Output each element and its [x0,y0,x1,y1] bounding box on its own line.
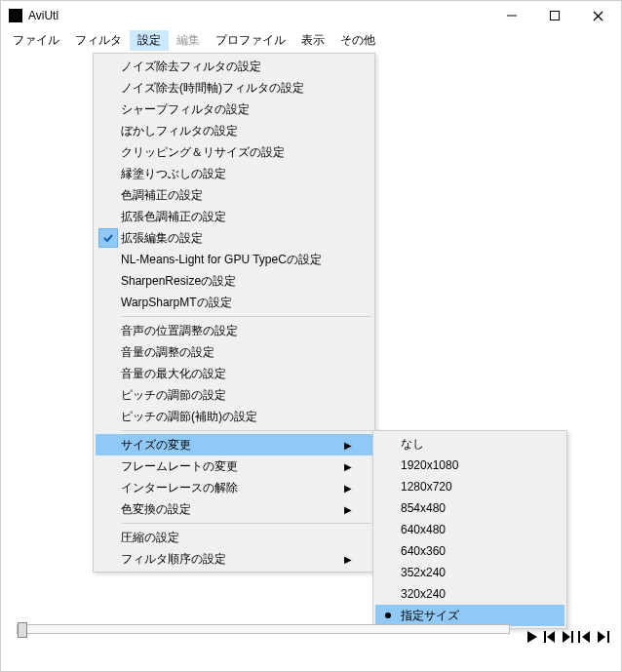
menu-item-label: フィルタ順序の設定 [121,551,341,568]
menubar-item-0[interactable]: ファイル [5,30,67,51]
minimize-button[interactable] [490,2,533,29]
submenu-item[interactable]: 352x240 [375,562,564,583]
menu-item-label: 拡張色調補正の設定 [121,209,341,225]
menubar-item-1[interactable]: フィルタ [67,30,130,51]
go-start-button[interactable] [576,626,594,648]
submenu-arrow-icon: ▶ [341,440,355,451]
svg-rect-12 [607,631,609,643]
seekbar-thumb[interactable] [18,622,27,638]
menu-item-label: 縁塗りつぶしの設定 [121,166,341,182]
svg-marker-4 [527,631,537,643]
menu-item[interactable]: インターレースの解除▶ [96,477,372,498]
menu-item[interactable]: シャープフィルタの設定 [96,99,372,120]
svg-marker-5 [547,631,555,643]
menu-item-label: 色変換の設定 [121,501,341,518]
submenu-check-slot [375,613,401,618]
menu-item[interactable]: 音量の調整の設定 [96,341,372,363]
menu-item[interactable]: フィルタ順序の設定▶ [96,548,372,570]
menu-item[interactable]: 縁塗りつぶしの設定 [96,163,372,184]
app-window: AviUtl ファイルフィルタ設定編集プロファイル表示その他 ノイズ除去フィルタ… [0,0,622,672]
submenu-item[interactable]: 640x480 [375,519,564,540]
submenu-item[interactable]: 1920x1080 [375,455,564,476]
menu-item[interactable]: サイズの変更▶ [96,434,372,455]
menu-item[interactable]: ノイズ除去フィルタの設定 [96,56,372,77]
app-title: AviUtl [28,9,58,22]
menu-item[interactable]: 色調補正の設定 [96,184,372,206]
playback-controls [524,626,611,648]
svg-rect-1 [551,12,560,20]
menu-item[interactable]: ピッチの調節(補助)の設定 [96,406,372,427]
menu-item[interactable]: ノイズ除去(時間軸)フィルタの設定 [96,77,372,99]
menu-item[interactable]: 音量の最大化の設定 [96,363,372,384]
svg-marker-10 [582,631,590,643]
menu-item-label: インターレースの解除 [121,480,341,496]
submenu-arrow-icon: ▶ [341,504,355,515]
submenu-item-label: 1280x720 [401,480,551,494]
settings-menu: ノイズ除去フィルタの設定ノイズ除去(時間軸)フィルタの設定シャープフィルタの設定… [93,53,375,573]
menubar-item-6[interactable]: その他 [332,30,383,51]
menubar-item-4[interactable]: プロファイル [208,30,293,51]
menu-item-label: ノイズ除去フィルタの設定 [121,59,341,75]
svg-rect-6 [544,631,546,643]
menu-separator [122,430,371,431]
menu-separator [122,523,371,524]
menu-item-label: WarpSharpMTの設定 [121,295,341,311]
submenu-arrow-icon: ▶ [341,554,355,565]
submenu-item[interactable]: 1280x720 [375,476,564,497]
menubar: ファイルフィルタ設定編集プロファイル表示その他 [1,30,621,52]
menu-item[interactable]: 拡張編集の設定 [96,227,372,249]
titlebar-left: AviUtl [9,9,58,22]
menu-item-label: 音声の位置調整の設定 [121,323,341,339]
menu-item[interactable]: クリッピング＆リサイズの設定 [96,141,372,163]
radio-dot-icon [385,613,391,618]
menu-item[interactable]: 色変換の設定▶ [96,498,372,520]
menu-item[interactable]: ぼかしフィルタの設定 [96,120,372,141]
menu-item[interactable]: SharpenResizeの設定 [96,270,372,292]
menu-item[interactable]: 拡張色調補正の設定 [96,206,372,227]
menu-item-label: 音量の最大化の設定 [121,366,341,382]
submenu-item[interactable]: 640x360 [375,540,564,562]
menu-item-label: NL-Means-Light for GPU TypeCの設定 [121,252,341,268]
submenu-item[interactable]: 指定サイズ [375,605,564,626]
menu-item-label: クリッピング＆リサイズの設定 [121,144,341,161]
next-frame-button[interactable] [559,626,576,648]
maximize-button[interactable] [533,2,576,29]
prev-frame-button[interactable] [541,626,559,648]
submenu-item-label: 指定サイズ [401,608,551,624]
menu-item-label: ノイズ除去(時間軸)フィルタの設定 [121,80,341,97]
menu-item-label: 拡張編集の設定 [121,230,341,247]
menu-item-label: ぼかしフィルタの設定 [121,123,341,139]
submenu-item[interactable]: 320x240 [375,583,564,605]
submenu-item[interactable]: 854x480 [375,497,564,519]
menu-item-label: SharpenResizeの設定 [121,273,341,290]
submenu-item-label: 854x480 [401,501,551,515]
check-icon [98,228,118,248]
submenu-arrow-icon: ▶ [341,461,355,472]
submenu-item-label: なし [401,436,551,453]
menu-item-label: サイズの変更 [121,437,341,454]
menu-item[interactable]: 圧縮の設定 [96,527,372,548]
menubar-item-5[interactable]: 表示 [293,30,332,51]
size-submenu: なし1920x10801280x720854x480640x480640x360… [372,430,567,629]
menu-item-label: 圧縮の設定 [121,530,341,546]
menu-item[interactable]: WarpSharpMTの設定 [96,292,372,313]
close-button[interactable] [576,2,619,29]
play-button[interactable] [524,626,541,648]
menu-item-label: シャープフィルタの設定 [121,101,341,118]
titlebar: AviUtl [1,1,621,30]
menu-item[interactable]: ピッチの調節の設定 [96,384,372,406]
menu-item-label: ピッチの調節の設定 [121,387,341,404]
menu-item[interactable]: NL-Means-Light for GPU TypeCの設定 [96,249,372,270]
submenu-item[interactable]: なし [375,433,564,455]
seekbar[interactable] [17,624,510,638]
menubar-item-2[interactable]: 設定 [130,30,169,51]
go-end-button[interactable] [594,626,611,648]
submenu-arrow-icon: ▶ [341,483,355,494]
menu-item-label: ピッチの調節(補助)の設定 [121,409,341,425]
menubar-item-3[interactable]: 編集 [169,30,208,51]
menu-item[interactable]: 音声の位置調整の設定 [96,320,372,341]
menu-check-slot [96,228,121,248]
svg-rect-8 [571,631,573,643]
svg-marker-7 [563,631,570,643]
menu-item[interactable]: フレームレートの変更▶ [96,455,372,477]
